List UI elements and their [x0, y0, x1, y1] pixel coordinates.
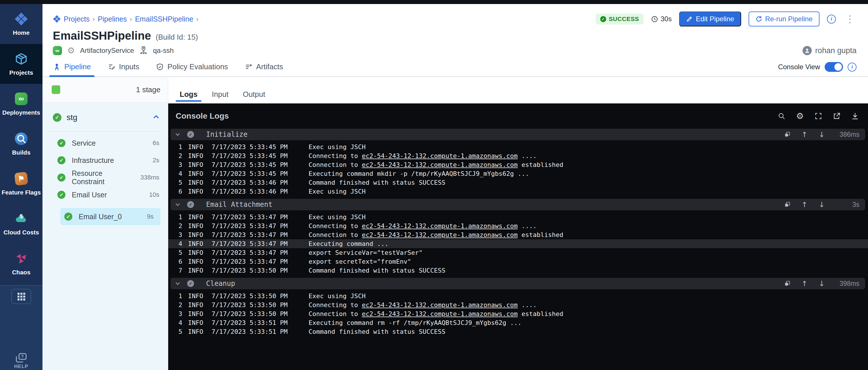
line-timestamp: 7/17/2023 5:33:50 PM — [212, 310, 288, 317]
line-level: INFO — [188, 143, 205, 150]
chevron-down-icon[interactable] — [175, 131, 181, 138]
host-link[interactable]: ec2-54-243-12-132.compute-1.amazonaws.co… — [362, 152, 518, 160]
step-duration: 10s — [149, 191, 159, 199]
search-icon[interactable] — [777, 112, 786, 120]
breadcrumb-link[interactable]: Pipelines — [98, 15, 127, 23]
scroll-down-icon[interactable]: ↓ — [817, 279, 826, 288]
tab-artifacts[interactable]: Artifacts — [245, 62, 283, 77]
line-message: Connecting to ec2-54-243-12-132.compute-… — [309, 222, 537, 230]
status-label: SUCCESS — [609, 16, 639, 22]
breadcrumb-link[interactable]: EmailSSHPipeline — [135, 15, 193, 23]
copy-icon[interactable] — [783, 279, 792, 288]
host-link[interactable]: ec2-54-243-12-132.compute-1.amazonaws.co… — [362, 222, 518, 230]
line-message: export ServiceVar="testVarSer" — [309, 249, 423, 256]
line-timestamp: 7/17/2023 5:33:47 PM — [212, 258, 288, 265]
line-level: INFO — [188, 310, 205, 317]
sidebar-item-builds[interactable]: Builds — [0, 124, 42, 164]
line-number: 2 — [178, 152, 182, 160]
open-in-new-icon[interactable] — [832, 112, 841, 120]
step-row-resource-constraint[interactable]: ✓ Resource Constraint 338ms — [42, 169, 168, 186]
breadcrumb-link[interactable]: Projects — [64, 15, 90, 23]
rerun-pipeline-button[interactable]: Re-run Pipeline — [749, 11, 819, 26]
console-view-control: Console View i — [778, 62, 857, 77]
more-options-kebab-icon[interactable]: ⋮ — [843, 16, 857, 22]
sidebar-item-label: Home — [13, 29, 30, 36]
host-link[interactable]: ec2-54-243-12-132.compute-1.amazonaws.co… — [362, 301, 518, 309]
line-level: INFO — [188, 240, 205, 247]
module-grid-button[interactable] — [11, 289, 31, 304]
help-button[interactable]: ? HELP — [0, 353, 42, 369]
scroll-up-icon[interactable]: ↑ — [800, 130, 809, 139]
line-number: 1 — [178, 214, 182, 221]
tab-policy-evaluations[interactable]: Policy Evaluations — [156, 62, 228, 77]
chevron-down-icon[interactable] — [175, 201, 181, 208]
sidebar-item-projects[interactable]: Projects — [0, 44, 42, 84]
step-row-email-user_0[interactable]: ✓ Email User_0 9s — [60, 208, 160, 225]
fullscreen-icon[interactable] — [814, 112, 823, 120]
tab-pipeline[interactable]: Pipeline — [53, 62, 91, 77]
log-section-header-cleanup[interactable]: ✓ Cleanup ↑↓ 398ms — [170, 278, 865, 289]
line-message: export secretText="fromEnv" — [309, 258, 411, 265]
log-section-header-email-attachment[interactable]: ✓ Email Attachment ↑↓ 3s — [170, 199, 865, 210]
infrastructure-icon — [139, 46, 148, 55]
sidebar-item-deployments[interactable]: ∞ Deployments — [0, 84, 42, 124]
console-header: Console Logs ⚙ — [168, 104, 868, 127]
scroll-down-icon[interactable]: ↓ — [817, 130, 826, 139]
stage-row-stg[interactable]: ✓ stg — [42, 111, 168, 124]
edit-pipeline-button[interactable]: Edit Pipeline — [679, 11, 741, 26]
section-success-icon: ✓ — [187, 201, 194, 208]
sidebar-item-cloud-costs[interactable]: $ Cloud Costs — [0, 204, 42, 244]
tab-inputs[interactable]: Inputs — [107, 62, 140, 77]
line-timestamp: 7/17/2023 5:33:47 PM — [212, 214, 288, 221]
stage-success-icon: ✓ — [53, 113, 61, 122]
console-title: Console Logs — [176, 111, 229, 121]
line-message: Executing command mkdir -p /tmp/rKyAAQBt… — [309, 170, 529, 177]
line-message: Exec using JSCH — [309, 292, 366, 300]
help-label: HELP — [14, 364, 28, 369]
pipeline-icon — [53, 63, 61, 71]
console-view-label: Console View — [778, 63, 820, 71]
log-tab-output[interactable]: Output — [243, 90, 265, 104]
scroll-up-icon[interactable]: ↑ — [800, 279, 809, 288]
section-controls: ↑↓ 3s — [783, 200, 859, 209]
line-timestamp: 7/17/2023 5:33:51 PM — [212, 328, 288, 335]
log-line: 3 INFO 7/17/2023 5:33:50 PM Connection t… — [170, 309, 865, 318]
builds-icon — [14, 132, 28, 146]
rerun-info-icon[interactable]: i — [827, 15, 836, 24]
tab-label: Pipeline — [64, 62, 91, 71]
settings-gear-icon[interactable]: ⚙ — [796, 112, 804, 120]
line-level: INFO — [188, 188, 205, 195]
console-view-toggle[interactable] — [825, 62, 843, 72]
sidebar-item-home[interactable]: Home — [0, 4, 42, 44]
sidebar-item-feature-flags[interactable]: ⚑ Feature Flags — [0, 164, 42, 204]
step-row-email-user[interactable]: ✓ Email User 10s — [42, 186, 168, 203]
log-tab-logs[interactable]: Logs — [180, 90, 197, 104]
download-icon[interactable] — [851, 112, 859, 120]
log-tab-input[interactable]: Input — [212, 90, 228, 104]
step-row-service[interactable]: ✓ Service 6s — [42, 135, 168, 152]
section-name: Cleanup — [206, 280, 235, 288]
chevron-up-icon[interactable] — [152, 113, 160, 122]
sidebar-item-chaos[interactable]: Chaos — [0, 244, 42, 284]
log-section-header-initialize[interactable]: ✓ Initialize ↑↓ 386ms — [170, 129, 865, 140]
line-level: INFO — [188, 214, 205, 221]
log-line: 2 INFO 7/17/2023 5:33:45 PM Connecting t… — [170, 151, 865, 160]
step-row-infrastructure[interactable]: ✓ Infrastructure 2s — [42, 152, 168, 169]
copy-icon[interactable] — [783, 200, 792, 209]
sidebar-item-label: Feature Flags — [2, 189, 41, 196]
host-link[interactable]: ec2-54-243-12-132.compute-1.amazonaws.co… — [362, 161, 518, 168]
scroll-down-icon[interactable]: ↓ — [817, 200, 826, 209]
console-view-info-icon[interactable]: i — [848, 63, 857, 72]
chevron-down-icon[interactable] — [175, 280, 181, 287]
sidebar-items: Home Projects∞ Deployments Builds⚑ Featu… — [0, 4, 42, 284]
host-link[interactable]: ec2-54-243-12-132.compute-1.amazonaws.co… — [362, 310, 518, 317]
line-number: 5 — [178, 328, 182, 335]
line-level: INFO — [188, 222, 205, 230]
copy-icon[interactable] — [783, 130, 792, 139]
host-link[interactable]: ec2-54-243-12-132.compute-1.amazonaws.co… — [362, 231, 518, 238]
line-number: 7 — [178, 267, 182, 274]
line-message: Executing command rm -rf /tmp/rKyAAQBtSJ… — [309, 319, 522, 326]
user-menu[interactable]: rohan gupta — [803, 46, 857, 55]
line-message: Executing command ... — [309, 240, 389, 247]
scroll-up-icon[interactable]: ↑ — [800, 200, 809, 209]
